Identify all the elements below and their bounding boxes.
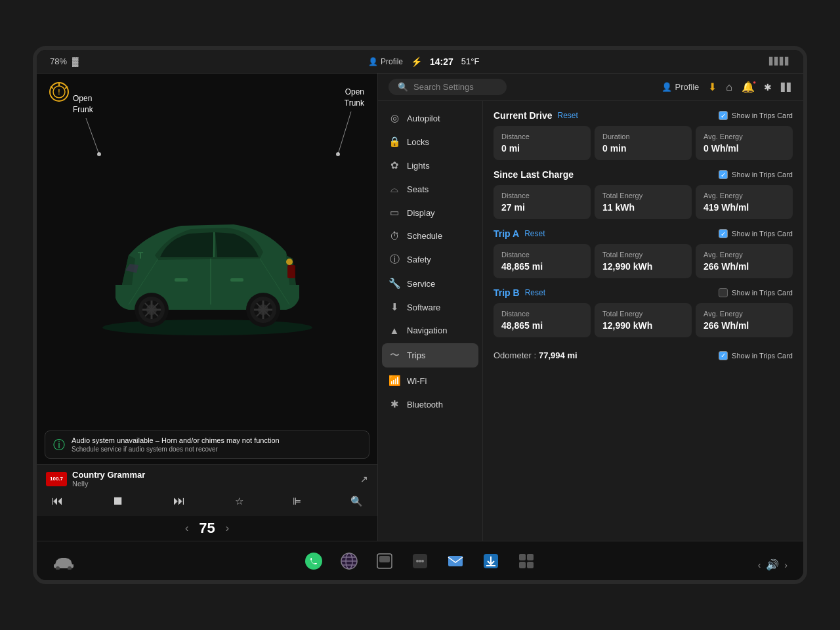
status-center: 👤 Profile ⚡ 14:27 51°F (368, 56, 479, 67)
signal-header-icon: ▋▋ (781, 83, 793, 92)
menu-item-seats[interactable]: ⌓ Seats (378, 177, 482, 201)
menu-item-navigation[interactable]: ▲ Navigation (378, 319, 482, 342)
media-player: 100.7 Country Grammar Nelly ↗ ⏮ ⏹ ⏭ ☆ ⊫ (37, 464, 377, 516)
trip-b-checkbox[interactable] (719, 288, 728, 297)
menu-item-locks[interactable]: 🔒 Locks (378, 130, 482, 154)
home-icon[interactable]: ⌂ (726, 81, 732, 93)
media-controls: ⏮ ⏹ ⏭ ☆ ⊫ 🔍 (46, 492, 368, 511)
menu-item-wifi[interactable]: 📶 Wi-Fi (378, 369, 482, 392)
download-taskbar-icon (482, 553, 499, 570)
settings-menu: ◎ Autopilot 🔒 Locks ✿ Lights ⌓ Seats (378, 101, 483, 541)
trip-a-avg-card: Avg. Energy 266 Wh/ml (696, 244, 793, 278)
safety-label: Safety (407, 255, 431, 264)
phone-button[interactable] (301, 549, 326, 574)
current-drive-energy-label: Avg. Energy (704, 133, 785, 140)
trips-label: Trips (407, 350, 425, 360)
navigation-label: Navigation (407, 326, 447, 335)
trip-b-show-trips[interactable]: Show in Trips Card (719, 288, 793, 297)
lights-icon: ✿ (388, 159, 400, 171)
download-header-icon[interactable]: ⬇ (708, 81, 717, 93)
tpms-warning: ! (49, 81, 70, 105)
trip-b-reset[interactable]: Reset (525, 288, 545, 297)
cast-icon[interactable]: ↗ (360, 474, 368, 484)
menu-item-bluetooth[interactable]: ✱ Bluetooth (378, 392, 482, 416)
speed-display: ‹ 75 › (37, 516, 377, 541)
settings-content: ◎ Autopilot 🔒 Locks ✿ Lights ⌓ Seats (378, 101, 803, 541)
trip-b-stats: Distance 48,865 mi Total Energy 12,990 k… (494, 303, 793, 337)
station-badge: 100.7 (46, 472, 67, 486)
trunk-label[interactable]: Open Trunk (325, 87, 364, 158)
volume-right-arrow[interactable]: › (784, 560, 788, 570)
svg-rect-57 (519, 562, 526, 568)
since-charge-checkbox[interactable]: ✓ (719, 170, 728, 179)
trip-b-distance-card: Distance 48,865 mi (494, 303, 591, 337)
odometer-value: 77,994 mi (539, 350, 578, 360)
trip-a-checkbox[interactable]: ✓ (719, 229, 728, 238)
equalizer-button[interactable]: ⊫ (290, 493, 304, 510)
profile-header[interactable]: 👤 Profile (662, 82, 699, 92)
menu-item-lights[interactable]: ✿ Lights (378, 154, 482, 177)
favorite-button[interactable]: ☆ (232, 493, 246, 510)
service-icon: 🔧 (388, 278, 400, 289)
main-content: ! Open Frunk Open Trunk (37, 74, 803, 541)
svg-rect-33 (287, 265, 295, 278)
bluetooth-icon: ✱ (388, 398, 400, 410)
menu-item-display[interactable]: ▭ Display (378, 201, 482, 224)
mail-button[interactable] (443, 549, 468, 574)
menu-item-software[interactable]: ⬇ Software (378, 295, 482, 319)
frunk-line (73, 118, 112, 158)
stop-button[interactable]: ⏹ (110, 492, 127, 511)
car-taskbar-icon[interactable] (52, 556, 75, 572)
signal-bars: ▋▋▋▋ (769, 57, 790, 66)
svg-rect-56 (527, 554, 534, 560)
dots-icon (411, 553, 429, 570)
right-panel: 🔍 Search Settings 👤 Profile ⬇ ⌂ 🔔● ✱ ▋▋ (378, 74, 803, 541)
bell-icon[interactable]: 🔔● (742, 81, 755, 93)
current-drive-checkbox[interactable]: ✓ (719, 111, 728, 120)
odometer-show-trips[interactable]: ✓ Show in Trips Card (719, 351, 793, 360)
menu-item-trips[interactable]: 〜 Trips (382, 343, 478, 368)
current-drive-show-trips[interactable]: ✓ Show in Trips Card (719, 111, 793, 120)
download-button[interactable] (478, 549, 503, 574)
trip-a-show-trips[interactable]: ✓ Show in Trips Card (719, 229, 793, 238)
since-charge-show-trips[interactable]: ✓ Show in Trips Card (719, 170, 793, 179)
dots-button[interactable] (408, 549, 432, 574)
trip-b-title-row: Trip B Reset (494, 287, 545, 298)
menu-item-schedule[interactable]: ⏱ Schedule (378, 224, 482, 247)
search-media-button[interactable]: 🔍 (348, 493, 366, 510)
globe-button[interactable] (337, 549, 362, 574)
current-drive-distance-label: Distance (501, 133, 583, 140)
schedule-label: Schedule (407, 231, 442, 241)
bluetooth-header-icon[interactable]: ✱ (764, 82, 772, 93)
current-drive-header: Current Drive Reset ✓ Show in Trips Card (494, 110, 793, 121)
odometer-checkbox[interactable]: ✓ (719, 351, 728, 360)
since-charge-avg-card: Avg. Energy 419 Wh/ml (696, 185, 793, 219)
current-drive-title: Current Drive (494, 110, 552, 121)
search-box[interactable]: 🔍 Search Settings (388, 79, 507, 95)
wifi-icon: 📶 (388, 375, 400, 387)
prev-button[interactable]: ⏮ (49, 492, 66, 511)
window-icon (376, 553, 393, 570)
speed-right-arrow[interactable]: › (226, 522, 229, 534)
safety-icon: ⓘ (388, 253, 400, 266)
odometer-label-row: Odometer : 77,994 mi (494, 350, 578, 360)
menu-item-safety[interactable]: ⓘ Safety (378, 247, 482, 272)
display-label: Display (407, 208, 435, 218)
trip-a-reset[interactable]: Reset (524, 229, 545, 238)
volume-icon[interactable]: 🔊 (766, 558, 779, 571)
search-icon: 🔍 (398, 82, 408, 92)
current-drive-reset[interactable]: Reset (557, 111, 578, 120)
software-label: Software (407, 303, 440, 312)
window-button[interactable] (372, 549, 397, 574)
grid-button[interactable] (514, 549, 539, 574)
svg-line-8 (338, 112, 351, 154)
car-svg: T (83, 193, 332, 337)
menu-item-autopilot[interactable]: ◎ Autopilot (378, 106, 482, 130)
frunk-label[interactable]: Open Frunk (73, 93, 112, 158)
volume-left-arrow[interactable]: ‹ (758, 560, 761, 570)
software-icon: ⬇ (388, 301, 400, 313)
next-button[interactable]: ⏭ (171, 492, 188, 511)
speed-left-arrow[interactable]: ‹ (185, 522, 188, 534)
menu-item-service[interactable]: 🔧 Service (378, 272, 482, 295)
status-bar: 78% ▓ 👤 Profile ⚡ 14:27 51°F ▋▋▋▋ (37, 50, 803, 74)
